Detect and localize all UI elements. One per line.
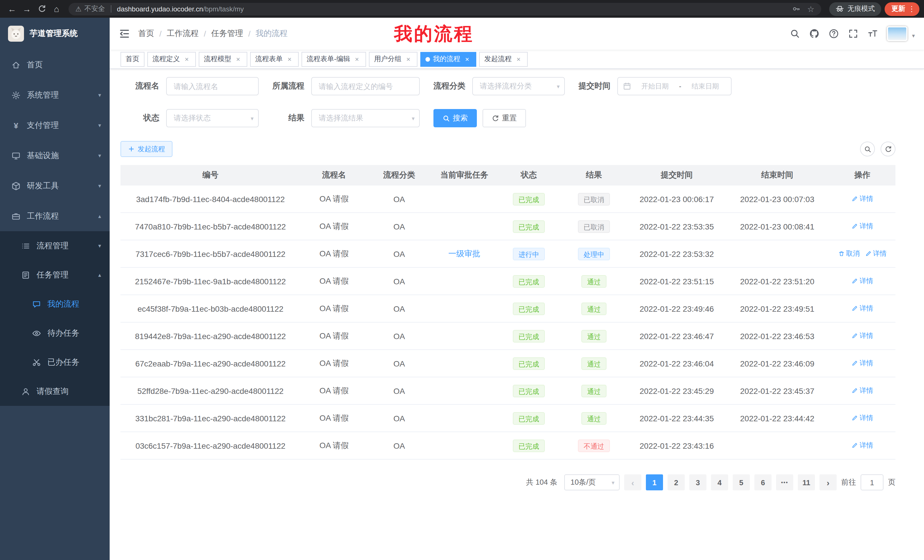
detail-action[interactable]: 详情 [852,413,873,423]
submit-time-range-picker[interactable]: 开始日期 - 结束日期 [617,77,732,95]
close-icon[interactable]: × [463,55,471,63]
home-button[interactable]: ⌂ [49,1,64,16]
sidebar-item-done-tasks[interactable]: 已办任务 [0,347,110,377]
cell-category: OA [368,441,430,450]
page-button-2[interactable]: 2 [668,475,685,490]
page-button-4[interactable]: 4 [711,475,728,490]
detail-action[interactable]: 详情 [852,276,873,286]
close-icon[interactable]: × [353,55,361,63]
help-icon[interactable] [829,28,839,39]
page-button-5[interactable]: 5 [733,475,750,490]
avatar[interactable] [887,26,908,41]
search-icon[interactable] [790,28,800,39]
tab-home[interactable]: 首页 [120,52,144,66]
key-icon[interactable] [792,4,801,13]
sidebar-item-my-process[interactable]: 我的流程 [0,289,110,319]
page-button-6[interactable]: 6 [754,475,771,490]
result-tag: 通过 [581,275,606,287]
close-icon[interactable]: × [285,55,294,63]
forward-button[interactable]: → [20,1,34,16]
start-process-button[interactable]: 发起流程 [120,141,172,157]
sidebar-item-system[interactable]: 系统管理 ▾ [0,80,110,110]
next-page-button[interactable]: › [819,475,837,490]
category-select[interactable]: 请选择流程分类 ▾ [472,77,565,95]
tab-process-form-edit[interactable]: 流程表单-编辑× [302,52,366,66]
github-icon[interactable] [809,28,819,39]
page-size-select[interactable]: 10条/页 ▾ [564,475,620,490]
font-size-icon[interactable] [867,28,878,39]
sidebar-item-leave-query[interactable]: 请假查询 [0,377,110,406]
close-icon[interactable]: × [404,55,412,63]
tab-my-process[interactable]: 我的流程× [420,52,476,66]
result-tag: 已取消 [578,193,610,205]
sidebar-item-infrastructure[interactable]: 基础设施 ▾ [0,141,110,171]
page-button-1[interactable]: 1 [646,475,663,490]
hamburger-icon [119,28,130,39]
cell-result: 通过 [560,302,628,315]
search-toggle-button[interactable] [860,142,875,156]
search-button[interactable]: 搜索 [434,109,477,127]
cancel-action[interactable]: 取消 [838,249,860,259]
detail-action[interactable]: 详情 [865,249,886,259]
back-button[interactable]: ← [4,1,20,16]
page-button-11[interactable]: 11 [798,475,815,490]
sidebar-item-home[interactable]: 首页 [0,49,110,80]
sidebar-item-task-management[interactable]: 任务管理 ▴ [0,260,110,289]
reset-button[interactable]: 重置 [483,109,526,127]
close-icon[interactable]: × [183,55,191,63]
breadcrumb-workflow[interactable]: 工作流程 [167,28,199,39]
process-def-label: 所属流程 [272,81,304,91]
detail-action[interactable]: 详情 [852,194,873,204]
process-name-input[interactable] [166,77,259,95]
sidebar-item-payment[interactable]: ¥ 支付管理 ▾ [0,110,110,141]
tab-user-group[interactable]: 用户分组× [369,52,417,66]
detail-action[interactable]: 详情 [852,358,873,368]
detail-action[interactable]: 详情 [852,386,873,395]
detail-action[interactable]: 详情 [852,304,873,313]
close-icon[interactable]: × [514,55,522,63]
sidebar-item-todo-tasks[interactable]: 待办任务 [0,319,110,347]
refresh-table-button[interactable] [880,142,896,156]
sidebar-item-workflow[interactable]: 工作流程 ▴ [0,201,110,231]
reload-button[interactable] [34,1,49,16]
cell-process-id: 819442e8-7b9a-11ec-a290-acde48001122 [120,331,300,340]
status-select[interactable]: 请选择状态 ▾ [166,109,259,127]
page-button-3[interactable]: 3 [689,475,706,490]
cell-actions: 取消 详情 [829,413,896,423]
sidebar-item-dev-tools[interactable]: 研发工具 ▾ [0,171,110,201]
app-logo[interactable]: 芋道管理系统 [0,18,110,49]
cell-actions: 取消 详情 [829,249,896,259]
cell-submit-time: 2022-01-22 23:53:32 [628,249,725,258]
security-chip[interactable]: ⚠ 不安全 [75,4,105,14]
sidebar-item-process-management[interactable]: 流程管理 ▾ [0,231,110,260]
close-icon[interactable]: × [234,55,242,63]
chevron-down-icon[interactable]: ▾ [912,33,915,41]
process-def-input[interactable] [311,77,420,95]
result-select[interactable]: 请选择流结果 ▾ [311,109,420,127]
cell-end-time: 2022-01-22 23:46:53 [725,331,829,340]
header-actions: ▾ [790,26,915,41]
detail-action[interactable]: 详情 [852,222,873,231]
tab-start-process[interactable]: 发起流程× [479,52,528,66]
detail-action[interactable]: 详情 [852,331,873,341]
cell-status: 已完成 [498,220,560,233]
address-bar[interactable]: ⚠ 不安全 dashboard.yudao.iocoder.cn/bpm/tas… [69,3,821,15]
breadcrumb-home[interactable]: 首页 [138,28,154,39]
sidebar-toggle[interactable] [119,28,130,39]
cell-end-time: 2022-01-22 23:51:20 [725,277,829,286]
update-button[interactable]: 更新 ⋮ [885,2,920,16]
goto-page-input[interactable] [861,475,884,490]
current-task-link[interactable]: 一级审批 [448,249,480,258]
tab-process-model[interactable]: 流程模型× [199,52,247,66]
fullscreen-icon[interactable] [848,28,858,39]
sidebar-item-label: 任务管理 [36,270,69,280]
tab-process-definition[interactable]: 流程定义× [147,52,196,66]
bookmark-star-icon[interactable]: ☆ [807,4,814,13]
prev-page-button[interactable]: ‹ [624,475,641,490]
detail-action[interactable]: 详情 [852,441,873,451]
menu-dots-icon[interactable]: ⋮ [908,4,915,13]
breadcrumb-task-management[interactable]: 任务管理 [211,28,243,39]
cell-end-time: 2022-01-22 23:46:09 [725,359,829,368]
more-pages-button[interactable]: ••• [776,475,793,490]
tab-process-form[interactable]: 流程表单× [250,52,298,66]
